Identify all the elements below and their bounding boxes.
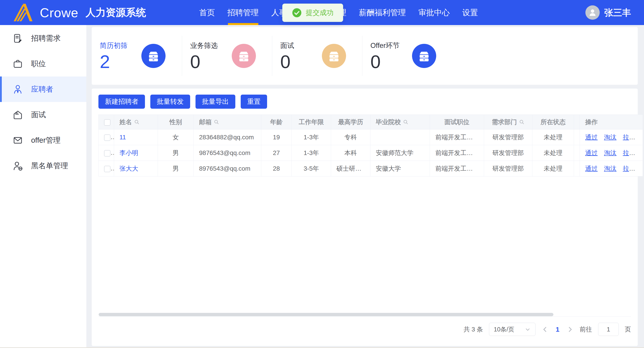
sidebar-item-4[interactable]: 面试 — [0, 102, 86, 128]
candidates-panel: 新建招聘者批量转发批量导出重置 姓名性别邮箱年龄工作年限最高学历毕业院校面试职位… — [92, 88, 638, 346]
row-checkbox[interactable] — [104, 134, 110, 141]
search-icon — [403, 119, 408, 125]
row-checkbox[interactable] — [104, 150, 110, 156]
cell-gutter — [574, 161, 580, 176]
prev-page-button[interactable] — [542, 326, 549, 333]
col-department[interactable]: 需求部门 — [484, 114, 532, 130]
drawer-box-icon — [141, 44, 166, 68]
cell-gutter — [574, 130, 580, 145]
col-position: 面试职位 — [430, 114, 484, 130]
user-menu[interactable]: 张三丰 — [586, 5, 631, 20]
cell-status: 未处理 — [532, 130, 574, 145]
action-通过[interactable]: 通过 — [585, 134, 598, 141]
sidebar-item-3[interactable]: 应聘者 — [0, 76, 86, 102]
cell-education: 本科 — [331, 145, 370, 161]
sidebar-item-2[interactable]: 职位 — [0, 51, 86, 76]
sidebar-item-label: 职位 — [31, 59, 46, 69]
horizontal-scrollbar-thumb[interactable] — [99, 313, 554, 316]
user-tie-icon — [12, 84, 23, 94]
cell-age: 28 — [261, 161, 292, 176]
nav-item-1[interactable]: 首页 — [199, 0, 215, 25]
cell-select — [98, 145, 114, 161]
success-check-icon — [292, 8, 302, 18]
select-all-checkbox[interactable] — [104, 119, 110, 126]
toolbar-button-4[interactable]: 重置 — [241, 94, 267, 109]
pagination: 共 3 条 10条/页 1 前往 页 — [98, 323, 631, 336]
cell-position: 前端开发工程师 — [430, 161, 484, 176]
horizontal-scrollbar-track — [98, 313, 631, 317]
action-拉黑[interactable]: 拉黑 — [623, 165, 635, 172]
document-edit-icon — [12, 33, 23, 44]
nav-item-6[interactable]: 审批中心 — [418, 0, 450, 25]
table-row-1: 11女28364882@qq.com191-3年专科前端开发工程师研发管理部未处… — [98, 130, 643, 145]
cell-school — [370, 130, 430, 145]
search-icon — [134, 119, 140, 125]
action-淘汰[interactable]: 淘汰 — [604, 150, 616, 156]
col-school[interactable]: 毕业院校 — [370, 114, 430, 130]
cell-position: 前端开发工程师 — [430, 145, 484, 161]
main-content: 简历初筛 2 业务筛选 0 面试 0 Offer环节 0 新建招聘者批量转发批量… — [86, 25, 644, 347]
next-page-button[interactable] — [566, 326, 574, 333]
cell-name[interactable]: 李小明 — [114, 145, 158, 161]
stat-card-3: 面试 0 — [272, 36, 362, 76]
col-gender: 性别 — [158, 114, 194, 130]
chevron-right-icon — [566, 326, 574, 333]
briefcase-icon — [12, 58, 23, 69]
nav-item-5[interactable]: 薪酬福利管理 — [359, 0, 406, 25]
col-gutter — [574, 114, 580, 130]
nav-item-2[interactable]: 招聘管理 — [228, 0, 259, 25]
page-size-value: 10条/页 — [494, 326, 514, 334]
col-years: 工作年限 — [292, 114, 331, 130]
page-unit: 页 — [625, 325, 631, 334]
cell-email: 28364882@qq.com — [194, 130, 261, 145]
cell-name[interactable]: 张大大 — [114, 161, 158, 176]
cell-school: 安徽大学 — [370, 161, 430, 176]
cell-email: 9876543@qq.com — [194, 145, 261, 161]
sidebar-item-5[interactable]: offer管理 — [0, 128, 86, 153]
col-education: 最高学历 — [331, 114, 370, 130]
cell-department: 研发管理部 — [484, 145, 532, 161]
toolbar-button-1[interactable]: 新建招聘者 — [98, 94, 145, 109]
stat-info: 简历初筛 2 — [100, 41, 141, 71]
stat-card-1: 简历初筛 2 — [92, 36, 182, 76]
nav-item-7[interactable]: 设置 — [462, 0, 478, 25]
stat-value: 0 — [280, 52, 322, 71]
action-拉黑[interactable]: 拉黑 — [623, 134, 635, 141]
table-row-2: 李小明男9876543@qq.com271-3年本科安徽师范大学前端开发工程师研… — [98, 145, 643, 161]
row-checkbox[interactable] — [104, 166, 110, 172]
user-blocked-icon — [12, 160, 23, 171]
sidebar-item-1[interactable]: 招聘需求 — [0, 26, 86, 51]
cell-actions: 通过淘汰拉黑 — [580, 145, 643, 161]
drawer-box-icon — [322, 44, 346, 68]
drawer-box-icon — [232, 44, 256, 68]
user-name: 张三丰 — [604, 6, 631, 19]
cell-years: 3-5年 — [292, 161, 331, 176]
brand-name: Crowe — [40, 5, 78, 20]
col-name[interactable]: 姓名 — [114, 114, 158, 130]
col-email[interactable]: 邮箱 — [194, 114, 261, 130]
cell-department: 研发管理部 — [484, 161, 532, 176]
total-count: 共 3 条 — [464, 325, 483, 334]
page-number[interactable]: 1 — [555, 326, 560, 333]
cell-gender: 男 — [158, 161, 194, 176]
action-拉黑[interactable]: 拉黑 — [623, 150, 635, 156]
sidebar-item-label: 招聘需求 — [31, 33, 60, 44]
cell-gutter — [574, 145, 580, 161]
stat-value: 0 — [370, 52, 412, 71]
cell-gender: 女 — [158, 130, 194, 145]
sidebar-item-6[interactable]: 黑名单管理 — [0, 153, 86, 178]
cell-age: 19 — [261, 130, 292, 145]
action-淘汰[interactable]: 淘汰 — [604, 165, 616, 172]
stat-info: Offer环节 0 — [370, 41, 412, 71]
toolbar-button-2[interactable]: 批量转发 — [150, 94, 190, 109]
toolbar-button-3[interactable]: 批量导出 — [196, 94, 235, 109]
sidebar: 招聘需求职位应聘者面试offer管理黑名单管理 — [0, 25, 86, 347]
action-通过[interactable]: 通过 — [585, 150, 598, 156]
cell-name[interactable]: 11 — [114, 130, 158, 145]
goto-page-input[interactable] — [598, 323, 619, 336]
page-size-select[interactable]: 10条/页 — [489, 323, 536, 336]
action-淘汰[interactable]: 淘汰 — [604, 134, 616, 141]
action-通过[interactable]: 通过 — [585, 165, 598, 172]
cell-actions: 通过淘汰拉黑 — [580, 161, 643, 176]
window-bottom-strip — [0, 347, 644, 350]
